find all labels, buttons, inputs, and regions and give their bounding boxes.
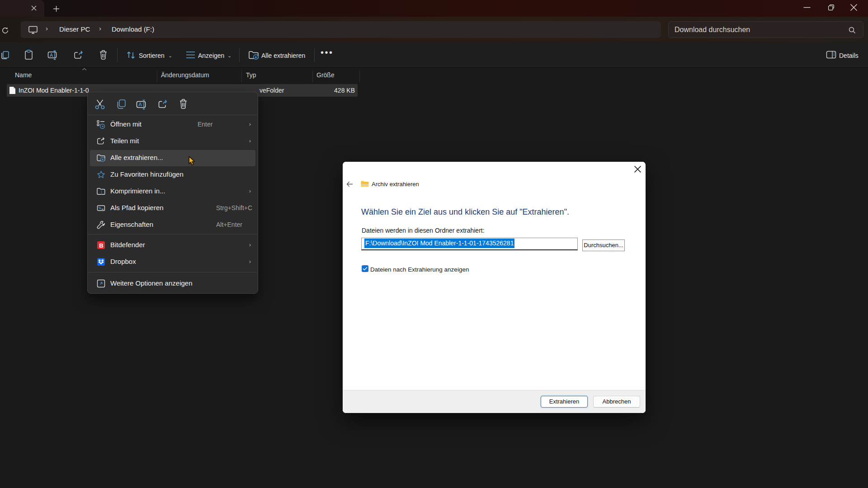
svg-text:B: B <box>99 242 103 249</box>
svg-text:A: A <box>50 52 53 58</box>
svg-text:A: A <box>138 102 142 107</box>
